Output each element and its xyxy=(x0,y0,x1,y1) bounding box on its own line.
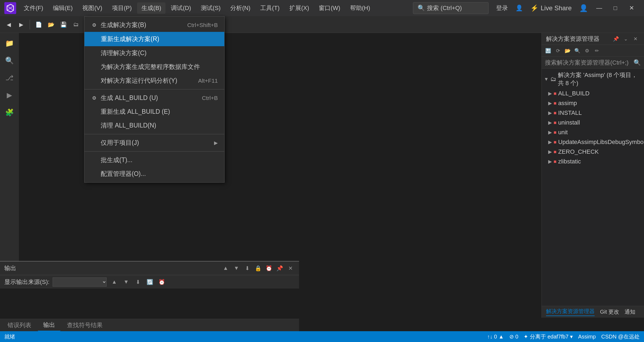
config-manager-item[interactable]: 配置管理器(O)... xyxy=(84,167,224,181)
activity-source-control[interactable]: ⎇ xyxy=(2,70,17,85)
output-source-btn-4[interactable]: 🔃 xyxy=(145,278,154,286)
output-close[interactable]: ✕ xyxy=(286,264,295,273)
tree-item-allbuild[interactable]: ▶ ■ ALL_BUILD xyxy=(542,89,644,98)
expand-arrow: ▶ xyxy=(548,90,552,96)
solution-tree: ▼ 🗂 解决方案 'Assimp' (8 个项目，共 8 个) ▶ ■ ALL_… xyxy=(542,69,644,306)
item-label: zlibstatic xyxy=(558,158,581,165)
toolbar-save[interactable]: 💾 xyxy=(58,19,69,30)
status-branch[interactable]: ✦ 分离于 edaf7fb7 ▾ xyxy=(524,333,573,340)
user-login[interactable]: 登录 xyxy=(492,4,512,12)
status-line-info[interactable]: ↑↓ 0 ▲ xyxy=(487,334,504,340)
activity-run[interactable]: ▶ xyxy=(2,88,17,103)
menu-edit[interactable]: 编辑(E) xyxy=(49,2,77,14)
maximize-button[interactable]: □ xyxy=(607,0,623,16)
generate-pdb-item[interactable]: 为解决方案生成完整程序数据库文件 xyxy=(84,60,224,74)
right-tab-notifications[interactable]: 通知 xyxy=(625,308,635,316)
output-tool-5[interactable]: ⏰ xyxy=(265,264,273,273)
item-icon: ■ xyxy=(554,100,557,106)
toolbar-open[interactable]: 📂 xyxy=(46,19,56,30)
panel-chevron-icon[interactable]: ⌄ xyxy=(621,35,630,43)
clean-icon xyxy=(91,50,97,56)
menu-help[interactable]: 帮助(H) xyxy=(346,2,375,14)
tree-item-uninstall[interactable]: ▶ ■ uninstall xyxy=(542,118,644,128)
allbuild-shortcut: Ctrl+B xyxy=(202,95,218,101)
panel-close-icon[interactable]: ✕ xyxy=(631,35,640,43)
tab-find-symbols[interactable]: 查找符号结果 xyxy=(62,320,108,331)
run-code-analysis-item[interactable]: 对解决方案运行代码分析(Y) Alt+F11 xyxy=(84,74,224,88)
toolbar-new[interactable]: 📄 xyxy=(33,19,44,30)
item-icon: ■ xyxy=(554,130,557,135)
build-solution-item[interactable]: ⚙ 生成解决方案(B) Ctrl+Shift+B xyxy=(84,18,224,32)
close-button[interactable]: ✕ xyxy=(623,0,640,16)
menu-view[interactable]: 视图(V) xyxy=(78,2,106,14)
rebuild-allbuild-item[interactable]: 重新生成 ALL_BUILD (E) xyxy=(84,105,224,119)
output-source-select[interactable] xyxy=(53,277,107,287)
clean-solution-item[interactable]: 清理解决方案(C) xyxy=(84,46,224,60)
status-error-info[interactable]: ⊘ 0 xyxy=(509,333,518,340)
menu-analyze[interactable]: 分析(N) xyxy=(226,2,255,14)
tree-item-install[interactable]: ▶ ■ INSTALL xyxy=(542,108,644,118)
app-logo xyxy=(4,2,16,14)
clean-allbuild-item[interactable]: 清理 ALL_BUILD(N) xyxy=(84,119,224,132)
right-tab-solution-explorer[interactable]: 解决方案资源管理器 xyxy=(546,308,595,316)
item-label: uninstall xyxy=(558,119,580,126)
menu-window[interactable]: 窗口(W) xyxy=(314,2,344,14)
menu-extensions[interactable]: 扩展(X) xyxy=(285,2,313,14)
tree-item-zerocheck[interactable]: ▶ ■ ZERO_CHECK xyxy=(542,147,644,157)
build-allbuild-item[interactable]: ⚙ 生成 ALL_BUILD (U) Ctrl+B xyxy=(84,91,224,105)
solution-explorer-title: 解决方案资源管理器 xyxy=(546,35,599,43)
liveshare-button[interactable]: ⚡ Live Share xyxy=(526,4,576,12)
activity-extensions[interactable]: 🧩 xyxy=(2,105,17,120)
output-tool-1[interactable]: ▲ xyxy=(221,264,230,273)
tree-item-zlibstatic[interactable]: ▶ ■ zlibstatic xyxy=(542,157,644,166)
build-dropdown-menu: ⚙ 生成解决方案(B) Ctrl+Shift+B 重新生成解决方案(R) 清理解… xyxy=(84,16,225,183)
panel-search-bar[interactable]: 搜索解决方案资源管理器(Ctrl+;) 🔍 xyxy=(542,57,644,69)
right-tab-git[interactable]: Git 更改 xyxy=(600,308,619,316)
clean-allbuild-icon xyxy=(91,122,97,129)
title-search[interactable]: 🔍 搜索 (Ctrl+Q) xyxy=(413,2,489,14)
batch-build-item[interactable]: 批生成(T)... xyxy=(84,153,224,167)
batch-build-label: 批生成(T)... xyxy=(101,156,133,164)
toolbar-btn-1[interactable]: ◀ xyxy=(3,19,14,30)
tab-errors[interactable]: 错误列表 xyxy=(2,320,37,331)
menu-tools[interactable]: 工具(T) xyxy=(256,2,284,14)
panel-tool-5[interactable]: ⚙ xyxy=(583,46,591,55)
menu-project[interactable]: 项目(P) xyxy=(108,2,136,14)
panel-tool-1[interactable]: 🔙 xyxy=(544,46,553,55)
item-label: ZERO_CHECK xyxy=(558,148,599,155)
output-tool-4[interactable]: 🔒 xyxy=(254,264,262,273)
project-only-item[interactable]: 仅用于项目(J) xyxy=(84,136,224,150)
status-right: ↑↓ 0 ▲ ⊘ 0 ✦ 分离于 edaf7fb7 ▾ Assimp CSDN … xyxy=(487,333,640,340)
output-source-btn-5[interactable]: ⏰ xyxy=(157,278,166,286)
panel-pin-icon[interactable]: 📌 xyxy=(612,35,620,43)
output-pin[interactable]: 📌 xyxy=(275,264,284,273)
panel-tool-6[interactable]: ✏ xyxy=(592,46,601,55)
panel-tool-3[interactable]: 📂 xyxy=(563,46,572,55)
output-tool-2[interactable]: ▼ xyxy=(232,264,241,273)
tree-item-updateassimp[interactable]: ▶ ■ UpdateAssimpLibsDebugSymbolsAndDLLs xyxy=(542,137,644,147)
output-source-btn-2[interactable]: ▼ xyxy=(122,278,130,286)
analysis-icon xyxy=(91,78,97,84)
toolbar-btn-2[interactable]: ▶ xyxy=(16,19,26,30)
menu-build[interactable]: 生成(B) xyxy=(137,2,165,14)
panel-tool-2[interactable]: ⟳ xyxy=(554,46,562,55)
status-csdn: CSDN @在远处 xyxy=(601,333,640,340)
menu-debug[interactable]: 调试(D) xyxy=(167,2,195,14)
rebuild-solution-item[interactable]: 重新生成解决方案(R) xyxy=(84,32,224,46)
activity-search[interactable]: 🔍 xyxy=(2,53,17,68)
solution-root[interactable]: ▼ 🗂 解决方案 'Assimp' (8 个项目，共 8 个) xyxy=(542,70,644,89)
menu-file[interactable]: 文件(F) xyxy=(19,2,48,14)
output-toolbar: ▲ ▼ ⬇ 🔒 ⏰ 📌 ✕ xyxy=(221,264,295,273)
minimize-button[interactable]: — xyxy=(591,0,607,16)
output-source-btn-1[interactable]: ▲ xyxy=(110,278,118,286)
toolbar-save-all[interactable]: 🗂 xyxy=(70,19,81,30)
tab-output[interactable]: 输出 xyxy=(38,319,60,331)
menu-test[interactable]: 测试(S) xyxy=(196,2,225,14)
tree-item-assimp[interactable]: ▶ ■ assimp xyxy=(542,98,644,108)
activity-explorer[interactable]: 📁 xyxy=(2,36,17,51)
output-source-btn-3[interactable]: ⬇ xyxy=(134,278,142,286)
panel-tool-4[interactable]: 🔍 xyxy=(573,46,582,55)
item-label: UpdateAssimpLibsDebugSymbolsAndDLLs xyxy=(558,139,644,146)
tree-item-unit[interactable]: ▶ ■ unit xyxy=(542,128,644,137)
output-tool-3[interactable]: ⬇ xyxy=(243,264,252,273)
